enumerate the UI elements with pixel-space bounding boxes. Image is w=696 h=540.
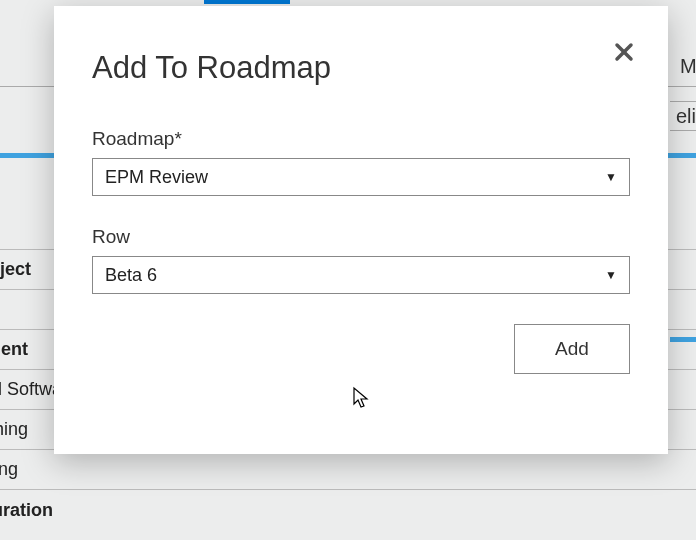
active-tab-indicator <box>204 0 290 4</box>
close-icon <box>614 42 634 62</box>
table-row: d Out <box>0 530 696 540</box>
chevron-down-icon: ▼ <box>605 170 617 184</box>
field-group-row: Row Beta 6 ▼ <box>92 226 630 294</box>
row-label: Row <box>92 226 630 248</box>
table-row: figuration <box>0 490 696 530</box>
row-select[interactable]: Beta 6 ▼ <box>92 256 630 294</box>
col-header-m: M <box>680 55 696 78</box>
modal-title: Add To Roadmap <box>92 50 630 86</box>
bg-text-eli: eli <box>676 105 696 128</box>
add-to-roadmap-modal: Add To Roadmap Roadmap* EPM Review ▼ Row… <box>54 6 668 454</box>
roadmap-select-value: EPM Review <box>105 167 208 188</box>
chevron-down-icon: ▼ <box>605 268 617 282</box>
divider <box>670 130 696 131</box>
divider <box>670 101 696 102</box>
table-row: esting <box>0 450 696 490</box>
add-button[interactable]: Add <box>514 324 630 374</box>
close-button[interactable] <box>610 38 638 66</box>
modal-footer: Add <box>92 324 630 374</box>
field-group-roadmap: Roadmap* EPM Review ▼ <box>92 128 630 196</box>
row-select-value: Beta 6 <box>105 265 157 286</box>
roadmap-label: Roadmap* <box>92 128 630 150</box>
roadmap-select[interactable]: EPM Review ▼ <box>92 158 630 196</box>
